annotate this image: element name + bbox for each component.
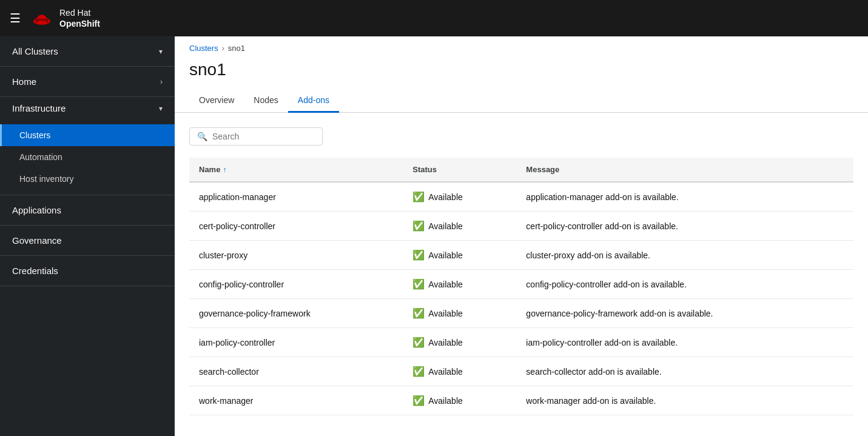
cell-message: iam-policy-controller add-on is availabl… bbox=[516, 328, 853, 357]
cell-name: config-policy-controller bbox=[189, 270, 403, 299]
available-check-icon: ✅ bbox=[412, 278, 425, 290]
table-row: work-manager✅Availablework-manager add-o… bbox=[189, 386, 853, 415]
sort-asc-icon: ↑ bbox=[223, 166, 226, 174]
table-row: config-policy-controller✅Availableconfig… bbox=[189, 270, 853, 299]
col-header-status: Status bbox=[403, 158, 516, 182]
chevron-down-icon: ▾ bbox=[159, 47, 163, 56]
available-check-icon: ✅ bbox=[412, 337, 425, 348]
sidebar-item-governance[interactable]: Governance bbox=[0, 226, 175, 256]
cell-name: search-collector bbox=[189, 357, 403, 386]
breadcrumb: Clusters › sno1 bbox=[175, 36, 868, 55]
cell-name: application-manager bbox=[189, 182, 403, 212]
sidebar-infrastructure-children: Clusters Automation Host inventory bbox=[0, 119, 175, 195]
available-check-icon: ✅ bbox=[412, 191, 425, 203]
cell-status: ✅Available bbox=[403, 299, 516, 328]
cell-status: ✅Available bbox=[403, 182, 516, 212]
available-check-icon: ✅ bbox=[412, 395, 425, 406]
cell-status: ✅Available bbox=[403, 212, 516, 241]
sidebar-section-home: Home › bbox=[0, 67, 175, 97]
page-title: sno1 bbox=[175, 55, 868, 89]
top-navbar: ☰ Red Hat OpenShift bbox=[0, 0, 868, 36]
col-header-message: Message bbox=[516, 158, 853, 182]
chevron-down-icon: ▾ bbox=[159, 104, 163, 113]
available-check-icon: ✅ bbox=[412, 366, 425, 377]
col-header-name[interactable]: Name ↑ bbox=[189, 158, 403, 182]
table-body: application-manager✅Availableapplication… bbox=[189, 182, 853, 415]
brand-text: Red Hat OpenShift bbox=[59, 7, 100, 29]
available-check-icon: ✅ bbox=[412, 249, 425, 261]
sidebar-item-clusters[interactable]: Clusters bbox=[0, 124, 175, 146]
sidebar-section-clusters: All Clusters ▾ bbox=[0, 36, 175, 67]
table-row: governance-policy-framework✅Availablegov… bbox=[189, 299, 853, 328]
cell-message: work-manager add-on is available. bbox=[516, 386, 853, 415]
redhat-logo-icon bbox=[30, 7, 53, 30]
tab-addons[interactable]: Add-ons bbox=[288, 89, 339, 113]
addons-table: Name ↑ Status Message application-manag bbox=[189, 158, 853, 415]
cell-name: iam-policy-controller bbox=[189, 328, 403, 357]
sidebar-section-infrastructure: Infrastructure ▾ Clusters Automation Hos… bbox=[0, 97, 175, 195]
search-input[interactable] bbox=[212, 132, 315, 141]
available-check-icon: ✅ bbox=[412, 307, 425, 319]
available-check-icon: ✅ bbox=[412, 220, 425, 232]
search-bar[interactable]: 🔍 bbox=[189, 127, 323, 146]
cell-message: application-manager add-on is available. bbox=[516, 182, 853, 212]
search-icon: 🔍 bbox=[197, 132, 207, 141]
cell-name: work-manager bbox=[189, 386, 403, 415]
hamburger-menu-icon[interactable]: ☰ bbox=[10, 11, 21, 25]
sidebar-item-credentials[interactable]: Credentials bbox=[0, 256, 175, 286]
table-row: search-collector✅Availablesearch-collect… bbox=[189, 357, 853, 386]
tab-nodes[interactable]: Nodes bbox=[244, 89, 288, 113]
breadcrumb-separator: › bbox=[222, 44, 224, 53]
chevron-right-icon: › bbox=[160, 78, 163, 86]
table-row: cluster-proxy✅Availablecluster-proxy add… bbox=[189, 241, 853, 270]
sidebar-item-automation[interactable]: Automation bbox=[0, 146, 175, 168]
sidebar: All Clusters ▾ Home › Infrastructure ▾ C… bbox=[0, 36, 175, 436]
table-row: cert-policy-controller✅Availablecert-pol… bbox=[189, 212, 853, 241]
cell-status: ✅Available bbox=[403, 270, 516, 299]
cell-status: ✅Available bbox=[403, 328, 516, 357]
table-row: application-manager✅Availableapplication… bbox=[189, 182, 853, 212]
cell-message: search-collector add-on is available. bbox=[516, 357, 853, 386]
sidebar-item-applications[interactable]: Applications bbox=[0, 195, 175, 226]
cell-message: cluster-proxy add-on is available. bbox=[516, 241, 853, 270]
sidebar-infrastructure-group[interactable]: Infrastructure ▾ bbox=[0, 97, 175, 119]
cell-name: governance-policy-framework bbox=[189, 299, 403, 328]
cell-name: cluster-proxy bbox=[189, 241, 403, 270]
cell-status: ✅Available bbox=[403, 241, 516, 270]
breadcrumb-current: sno1 bbox=[228, 44, 245, 53]
cell-status: ✅Available bbox=[403, 357, 516, 386]
sidebar-item-host-inventory[interactable]: Host inventory bbox=[0, 168, 175, 190]
brand-logo: Red Hat OpenShift bbox=[30, 7, 100, 30]
cell-message: cert-policy-controller add-on is availab… bbox=[516, 212, 853, 241]
tab-overview[interactable]: Overview bbox=[189, 89, 244, 113]
cell-message: config-policy-controller add-on is avail… bbox=[516, 270, 853, 299]
cell-status: ✅Available bbox=[403, 386, 516, 415]
cell-message: governance-policy-framework add-on is av… bbox=[516, 299, 853, 328]
tabs-bar: Overview Nodes Add-ons bbox=[175, 89, 868, 113]
sidebar-all-clusters[interactable]: All Clusters ▾ bbox=[0, 36, 175, 66]
main-content: Clusters › sno1 sno1 Overview Nodes Add-… bbox=[175, 36, 868, 436]
table-header: Name ↑ Status Message bbox=[189, 158, 853, 182]
content-body: 🔍 Name ↑ Status bbox=[175, 113, 868, 436]
sidebar-home[interactable]: Home › bbox=[0, 67, 175, 96]
table-row: iam-policy-controller✅Availableiam-polic… bbox=[189, 328, 853, 357]
cell-name: cert-policy-controller bbox=[189, 212, 403, 241]
breadcrumb-clusters-link[interactable]: Clusters bbox=[189, 44, 218, 53]
